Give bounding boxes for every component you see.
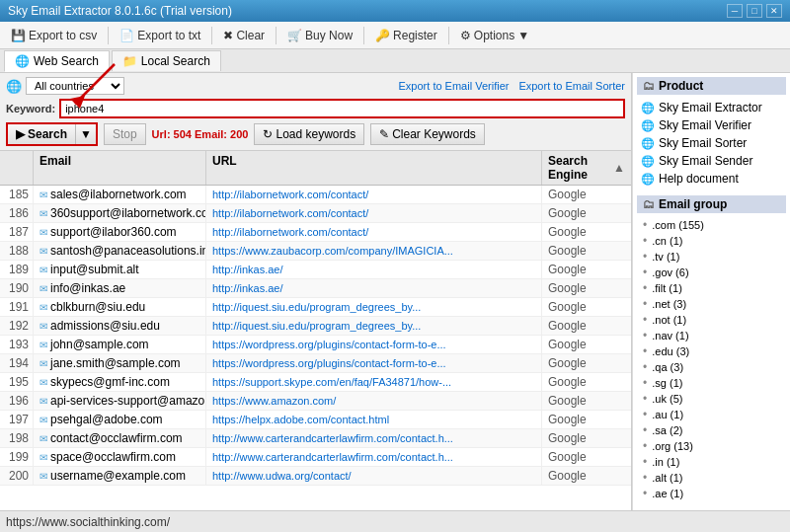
- group-ae[interactable]: • .ae (1): [637, 486, 786, 501]
- countries-row: 🌐 All countries Export to Email Verifier…: [6, 77, 625, 95]
- table-row[interactable]: 198 ✉ contact@occlawfirm.com http://www.…: [0, 429, 631, 448]
- cell-num: 193: [0, 336, 34, 353]
- table-row[interactable]: 188 ✉ santosh@panaceasolutions.in https:…: [0, 242, 631, 261]
- product-sorter[interactable]: 🌐 Sky Email Sorter: [637, 134, 786, 152]
- web-search-icon: 🌐: [15, 54, 30, 68]
- export-verifier-link[interactable]: Export to Email Verifier: [399, 80, 510, 92]
- group-au[interactable]: • .au (1): [637, 407, 786, 422]
- cell-url: http://ilabornetwork.com/contact/: [206, 204, 542, 222]
- cell-email: ✉ admissions@siu.edu: [34, 317, 206, 335]
- url-link[interactable]: http://ilabornetwork.com/contact/: [212, 207, 368, 219]
- keyword-input[interactable]: [59, 99, 625, 118]
- url-link[interactable]: https://helpx.adobe.com/contact.html: [212, 414, 389, 425]
- table-row[interactable]: 197 ✉ psehgal@adobe.com https://helpx.ad…: [0, 411, 631, 429]
- search-dropdown-button[interactable]: ▼: [75, 124, 96, 144]
- table-row[interactable]: 199 ✉ space@occlawfirm.com http://www.ca…: [0, 448, 631, 467]
- group-sg[interactable]: • .sg (1): [637, 375, 786, 391]
- table-row[interactable]: 191 ✉ cblkburn@siu.edu http://iquest.siu…: [0, 298, 631, 317]
- group-sa[interactable]: • .sa (2): [637, 422, 786, 438]
- url-link[interactable]: https://www.amazon.com/: [212, 395, 336, 407]
- tab-web-search[interactable]: 🌐 Web Search: [4, 50, 110, 72]
- group-edu[interactable]: • .edu (3): [637, 343, 786, 359]
- url-link[interactable]: http://www.carterandcarterlawfirm.com/co…: [212, 451, 453, 463]
- sort-icon: ▲: [613, 161, 625, 175]
- url-link[interactable]: http://ilabornetwork.com/contact/: [212, 189, 368, 200]
- group-uk[interactable]: • .uk (5): [637, 391, 786, 407]
- stop-button[interactable]: Stop: [104, 123, 146, 145]
- url-link[interactable]: http://iquest.siu.edu/program_degrees_by…: [212, 301, 421, 313]
- group-tv[interactable]: • .tv (1): [637, 249, 786, 265]
- cell-email: ✉ input@submit.alt: [34, 261, 206, 278]
- register-button[interactable]: 🔑 Register: [368, 26, 444, 45]
- group-in[interactable]: • .in (1): [637, 454, 786, 470]
- table-row[interactable]: 193 ✉ john@sample.com https://wordpress.…: [0, 336, 631, 354]
- url-link[interactable]: http://iquest.siu.edu/program_degrees_by…: [212, 320, 421, 332]
- options-button[interactable]: ⚙ Options ▼: [453, 26, 536, 45]
- table-row[interactable]: 190 ✉ info@inkas.ae http://inkas.ae/ Goo…: [0, 279, 631, 298]
- group-nav[interactable]: • .nav (1): [637, 328, 786, 343]
- group-qa[interactable]: • .qa (3): [637, 359, 786, 375]
- cell-engine: Google: [542, 279, 631, 297]
- url-link[interactable]: https://support.skype.com/en/faq/FA34871…: [212, 376, 451, 388]
- export-txt-button[interactable]: 📄 Export to txt: [113, 26, 207, 45]
- clear-icon: ✖: [223, 29, 233, 42]
- group-not[interactable]: • .not (1): [637, 312, 786, 328]
- cell-engine: Google: [542, 411, 631, 428]
- table-row[interactable]: 200 ✉ username@example.com http://www.ud…: [0, 467, 631, 486]
- help-document[interactable]: 🌐 Help document: [637, 170, 786, 188]
- close-button[interactable]: ✕: [766, 4, 782, 18]
- product-verifier[interactable]: 🌐 Sky Email Verifier: [637, 116, 786, 134]
- product-extractor[interactable]: 🌐 Sky Email Extractor: [637, 99, 786, 116]
- group-com[interactable]: • .com (155): [637, 217, 786, 233]
- clear-button[interactable]: ✖ Clear: [216, 26, 272, 45]
- url-link[interactable]: http://ilabornetwork.com/contact/: [212, 226, 368, 238]
- cell-url: http://iquest.siu.edu/program_degrees_by…: [206, 317, 542, 335]
- url-link[interactable]: http://inkas.ae/: [212, 282, 283, 294]
- url-link[interactable]: https://www.zaubacorp.com/company/IMAGIC…: [212, 245, 453, 257]
- group-gov[interactable]: • .gov (6): [637, 265, 786, 280]
- col-engine-header[interactable]: Search Engine ▲: [542, 151, 631, 185]
- export-txt-icon: 📄: [119, 29, 134, 42]
- table-row[interactable]: 195 ✉ skypecs@gmf-inc.com https://suppor…: [0, 373, 631, 392]
- results-table: Email URL Search Engine ▲ 185 ✉ sales@il…: [0, 151, 631, 510]
- cell-url: https://wordpress.org/plugins/contact-fo…: [206, 354, 542, 372]
- group-filt[interactable]: • .filt (1): [637, 280, 786, 296]
- url-link[interactable]: https://wordpress.org/plugins/contact-fo…: [212, 357, 446, 369]
- group-alt[interactable]: • .alt (1): [637, 470, 786, 486]
- cell-email: ✉ contact@occlawfirm.com: [34, 429, 206, 447]
- cell-engine: Google: [542, 186, 631, 203]
- url-link[interactable]: http://www.carterandcarterlawfirm.com/co…: [212, 432, 453, 444]
- table-row[interactable]: 186 ✉ 360support@ilabornetwork.com http:…: [0, 204, 631, 223]
- search-button[interactable]: ▶ Search: [8, 124, 75, 144]
- table-row[interactable]: 185 ✉ sales@ilabornetwork.com http://ila…: [0, 186, 631, 204]
- load-keywords-button[interactable]: ↻ Load keywords: [254, 123, 364, 145]
- group-net[interactable]: • .net (3): [637, 296, 786, 312]
- countries-dropdown[interactable]: All countries: [26, 77, 124, 95]
- table-row[interactable]: 187 ✉ support@ilabor360.com http://ilabo…: [0, 223, 631, 242]
- group-org[interactable]: • .org (13): [637, 438, 786, 454]
- table-row[interactable]: 189 ✉ input@submit.alt http://inkas.ae/ …: [0, 261, 631, 279]
- cell-email: ✉ skypecs@gmf-inc.com: [34, 373, 206, 391]
- email-icon: ✉: [40, 227, 47, 238]
- url-link[interactable]: http://inkas.ae/: [212, 264, 283, 275]
- cell-url: https://www.amazon.com/: [206, 392, 542, 410]
- product-title: 🗂 Product: [637, 77, 786, 95]
- cell-engine: Google: [542, 298, 631, 316]
- cell-num: 190: [0, 279, 34, 297]
- maximize-button[interactable]: □: [747, 4, 762, 18]
- url-link[interactable]: https://wordpress.org/plugins/contact-fo…: [212, 339, 446, 350]
- url-link[interactable]: http://www.udwa.org/contact/: [212, 470, 352, 482]
- email-group-section: 🗂 Email group • .com (155) • .cn (1) • .…: [637, 195, 786, 501]
- chevron-down-icon: ▼: [80, 127, 92, 141]
- group-cn[interactable]: • .cn (1): [637, 233, 786, 249]
- clear-keywords-button[interactable]: ✎ Clear Keywords: [370, 123, 485, 145]
- export-csv-button[interactable]: 💾 Export to csv: [4, 26, 104, 45]
- buy-now-button[interactable]: 🛒 Buy Now: [280, 26, 359, 45]
- table-row[interactable]: 194 ✉ jane.smith@sample.com https://word…: [0, 354, 631, 373]
- product-sender[interactable]: 🌐 Sky Email Sender: [637, 152, 786, 170]
- minimize-button[interactable]: ─: [727, 4, 743, 18]
- table-row[interactable]: 196 ✉ api-services-support@amazon.c... h…: [0, 392, 631, 411]
- tab-local-search[interactable]: 📁 Local Search: [112, 50, 221, 71]
- table-row[interactable]: 192 ✉ admissions@siu.edu http://iquest.s…: [0, 317, 631, 336]
- export-sorter-link[interactable]: Export to Email Sorter: [518, 80, 625, 92]
